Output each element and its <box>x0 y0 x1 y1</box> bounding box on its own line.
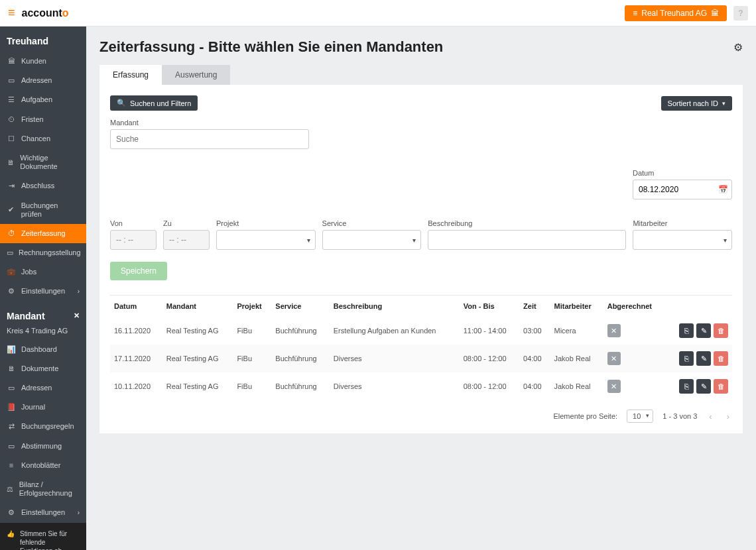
list-icon: ≡ <box>633 9 637 18</box>
sidebar-item-label: Zeiterfassung <box>21 229 66 238</box>
col-header-5: Von - Bis <box>460 296 519 317</box>
tab-auswertung[interactable]: Auswertung <box>162 65 230 85</box>
sidebar-item-treuhand-3[interactable]: ⏲Fristen <box>0 110 86 129</box>
col-header-1: Mandant <box>162 296 233 317</box>
sidebar-item-label: Abschluss <box>21 182 54 190</box>
edit-row-button[interactable]: ✎ <box>696 379 711 394</box>
sidebar-item-treuhand-2[interactable]: ☰Aufgaben <box>0 90 86 109</box>
sidebar-item-label: Einstellungen <box>21 287 65 296</box>
table-row: 10.11.2020Real Testing AGFiBuBuchführung… <box>110 372 732 400</box>
sidebar-icon: ⇥ <box>7 182 16 190</box>
cell-beschreibung: Diverses <box>330 345 460 372</box>
sidebar-item-treuhand-1[interactable]: ▭Adressen <box>0 71 86 90</box>
cell-zeit: 03:00 <box>519 317 550 345</box>
sidebar-item-label: Aufgaben <box>21 95 52 104</box>
copy-row-button[interactable]: ⎘ <box>679 351 694 366</box>
zu-label: Zu <box>163 219 210 227</box>
col-header-2: Projekt <box>233 296 271 317</box>
sidebar-item-mandant-2[interactable]: ▭Adressen <box>0 378 86 398</box>
help-button[interactable]: ? <box>733 6 748 21</box>
sidebar-item-treuhand-5[interactable]: 🗎Wichtige Dokumente <box>0 148 86 176</box>
sidebar-item-treuhand-9[interactable]: ▭Rechnungsstellung <box>0 243 86 262</box>
mitarbeiter-select[interactable] <box>633 230 732 250</box>
sidebar-item-mandant-4[interactable]: ⇄Buchungsregeln <box>0 417 86 436</box>
mandant-label: Mandant <box>110 119 309 127</box>
sidebar-icon: ⏱ <box>7 229 16 238</box>
cell-datum: 16.11.2020 <box>110 317 162 345</box>
delete-row-button[interactable]: 🗑 <box>714 379 728 394</box>
projekt-select[interactable] <box>216 230 316 250</box>
sidebar-item-mandant-8[interactable]: ⚙Einstellungen› <box>0 503 86 522</box>
von-label: Von <box>110 219 157 227</box>
copy-row-button[interactable]: ⎘ <box>679 379 694 394</box>
sidebar-item-treuhand-11[interactable]: ⚙Einstellungen› <box>0 282 86 301</box>
next-page-button[interactable]: › <box>724 412 732 421</box>
not-billed-icon: ✕ <box>607 324 621 337</box>
save-button[interactable]: Speichern <box>110 262 167 280</box>
sidebar-item-treuhand-0[interactable]: 🏛Kunden <box>0 52 86 71</box>
close-mandant-icon[interactable]: ✕ <box>74 311 80 320</box>
sidebar-item-label: Adressen <box>21 76 52 85</box>
sidebar-icon: ⚙ <box>7 287 16 296</box>
zu-input[interactable] <box>163 230 210 250</box>
sidebar-item-treuhand-7[interactable]: ✔Buchungen prüfen <box>0 196 86 224</box>
copy-row-button[interactable]: ⎘ <box>679 323 694 338</box>
projekt-label: Projekt <box>216 219 316 227</box>
chevron-right-icon: › <box>78 509 80 517</box>
per-page-select[interactable]: 10 <box>627 410 653 423</box>
org-name: Real Treuhand AG <box>641 9 707 18</box>
mandant-search-input[interactable] <box>110 129 309 149</box>
cell-beschreibung: Erstellung Aufgaben an Kunden <box>330 317 460 345</box>
vote-features-button[interactable]: 👍 Stimmen Sie für fehlende Funktionen ab <box>0 523 86 551</box>
sidebar: Treuhand 🏛Kunden▭Adressen☰Aufgaben⏲Frist… <box>0 27 86 550</box>
per-page-label: Elemente pro Seite: <box>553 412 617 420</box>
prev-page-button[interactable]: ‹ <box>706 412 714 421</box>
sidebar-item-mandant-5[interactable]: ▭Abstimmung <box>0 437 86 456</box>
gear-icon[interactable]: ⚙ <box>733 41 743 54</box>
date-input[interactable] <box>633 180 732 199</box>
sidebar-icon: ▭ <box>7 384 16 392</box>
sidebar-icon: ⚖ <box>7 485 14 494</box>
sidebar-item-treuhand-8[interactable]: ⏱Zeiterfassung <box>0 224 86 243</box>
sidebar-item-mandant-6[interactable]: ≡Kontoblätter <box>0 456 86 475</box>
sidebar-item-label: Dokumente <box>21 364 58 373</box>
sidebar-item-treuhand-4[interactable]: ☐Chancen <box>0 129 86 148</box>
service-select[interactable] <box>322 230 422 250</box>
delete-row-button[interactable]: 🗑 <box>714 323 728 338</box>
sidebar-icon: ▭ <box>7 248 13 257</box>
hamburger-icon[interactable]: ≡ <box>8 6 15 20</box>
cell-datum: 17.11.2020 <box>110 345 162 372</box>
cell-mitarbeiter: Jakob Real <box>550 345 603 372</box>
sort-button[interactable]: Sortiert nach ID ▾ <box>661 96 732 111</box>
sidebar-icon: ≡ <box>7 461 16 470</box>
sidebar-item-mandant-0[interactable]: 📊Dashboard <box>0 340 86 359</box>
cell-mandant: Real Testing AG <box>162 317 233 345</box>
beschreibung-label: Beschreibung <box>428 219 626 227</box>
edit-row-button[interactable]: ✎ <box>696 351 711 366</box>
service-label: Service <box>322 219 422 227</box>
org-switcher-button[interactable]: ≡ Real Treuhand AG 🏛 <box>625 5 727 21</box>
bank-icon: 🏛 <box>711 9 719 18</box>
tab-erfassung[interactable]: Erfassung <box>99 65 162 85</box>
delete-row-button[interactable]: 🗑 <box>714 351 728 366</box>
sidebar-item-label: Wichtige Dokumente <box>20 154 80 171</box>
sidebar-item-mandant-1[interactable]: 🗎Dokumente <box>0 359 86 378</box>
cell-projekt: FiBu <box>233 345 271 372</box>
col-header-4: Beschreibung <box>330 296 460 317</box>
main-content: Zeiterfassung - Bitte wählen Sie einen M… <box>86 27 756 550</box>
sidebar-item-mandant-3[interactable]: 📕Journal <box>0 398 86 417</box>
search-filter-button[interactable]: 🔍 Suchen und Filtern <box>110 95 198 111</box>
sidebar-item-mandant-7[interactable]: ⚖Bilanz / Erfolgsrechnung <box>0 475 86 503</box>
sidebar-item-treuhand-10[interactable]: 💼Jobs <box>0 262 86 282</box>
page-range: 1 - 3 von 3 <box>662 412 697 420</box>
chevron-right-icon: › <box>78 288 80 296</box>
cell-abgerechnet: ✕ <box>603 317 665 345</box>
beschreibung-input[interactable] <box>428 230 626 250</box>
sidebar-item-treuhand-6[interactable]: ⇥Abschluss <box>0 176 86 195</box>
von-input[interactable] <box>110 230 157 250</box>
edit-row-button[interactable]: ✎ <box>696 323 711 338</box>
sidebar-section-treuhand: Treuhand <box>0 27 86 52</box>
sidebar-item-label: Dashboard <box>21 345 57 354</box>
sidebar-icon: 📊 <box>7 345 16 354</box>
cell-mandant: Real Testing AG <box>162 372 233 400</box>
